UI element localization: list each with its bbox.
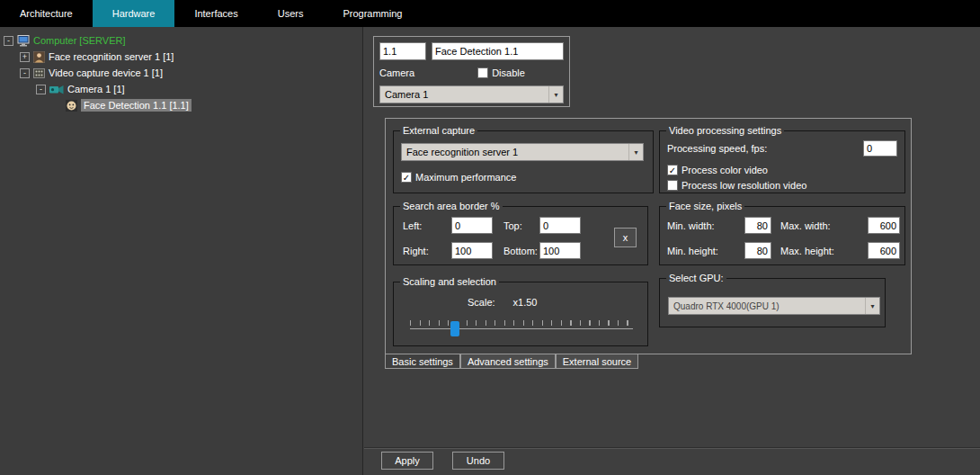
settings-tab-bar: Basic settings Advanced settings Externa… [385, 354, 638, 369]
slider-track [410, 328, 633, 329]
tree-collapse-icon[interactable]: - [4, 36, 13, 46]
slider-handle[interactable] [450, 321, 459, 336]
recognition-server-select-value: Face recognition server 1 [406, 147, 518, 157]
min-height-input[interactable] [744, 242, 771, 259]
top-input[interactable] [539, 217, 581, 234]
video-processing-group: Video processing settings Processing spe… [659, 130, 905, 193]
process-low-resolution-label: Process low resolution video [682, 180, 806, 191]
process-low-resolution-checkbox[interactable] [667, 180, 678, 191]
chevron-down-icon: ▾ [628, 144, 643, 160]
group-title: Search area border % [400, 201, 503, 212]
group-title: Scaling and selection [400, 276, 499, 288]
tab-interfaces[interactable]: Interfaces [174, 0, 257, 27]
process-color-video-checkbox[interactable]: ✓ [667, 165, 678, 175]
top-menu-bar: Architecture Hardware Interfaces Users P… [0, 0, 980, 27]
slider-ticks [410, 320, 633, 326]
tree-item-label: Face recognition server 1 [1] [49, 51, 174, 62]
object-id-input[interactable] [379, 42, 426, 60]
min-width-input[interactable] [744, 217, 771, 234]
tab-users[interactable]: Users [258, 0, 324, 27]
undo-button[interactable]: Undo [452, 452, 504, 470]
gpu-select[interactable]: Quadro RTX 4000(GPU 1) ▾ [668, 297, 880, 315]
max-height-input[interactable] [868, 242, 900, 259]
tab-hardware[interactable]: Hardware [93, 0, 175, 27]
disable-checkbox[interactable] [477, 67, 488, 78]
tree-collapse-icon[interactable]: - [20, 68, 30, 78]
bottom-input[interactable] [539, 242, 581, 259]
external-capture-group: External capture Face recognition server… [393, 130, 654, 193]
scaling-group: Scaling and selection Scale: x1.50 [393, 282, 648, 346]
tree-item-label: Computer [SERVER] [33, 35, 126, 46]
scale-label: Scale: [468, 297, 495, 308]
top-label: Top: [503, 220, 522, 231]
tab-architecture[interactable]: Architecture [0, 0, 93, 27]
tree-item-face-detection[interactable]: Face Detection 1.1 [1.1] [0, 97, 362, 113]
reset-search-area-button[interactable]: x [614, 228, 637, 247]
scale-slider[interactable] [410, 317, 633, 338]
select-gpu-group: Select GPU: Quadro RTX 4000(GPU 1) ▾ [659, 278, 886, 327]
process-color-video-label: Process color video [682, 165, 768, 175]
settings-panel: Camera Disable Camera 1 ▾ External captu… [364, 27, 980, 475]
group-title: Select GPU: [666, 273, 726, 284]
tree-collapse-icon[interactable]: - [36, 85, 46, 94]
left-label: Left: [403, 220, 422, 231]
maximum-performance-label: Maximum performance [415, 172, 516, 183]
right-label: Right: [403, 246, 429, 256]
left-input[interactable] [451, 217, 493, 234]
camera-select[interactable]: Camera 1 ▾ [379, 85, 564, 103]
tree-expand-icon[interactable]: + [20, 52, 30, 62]
tree-item-face-recognition-server[interactable]: + Face recognition server 1 [1] [0, 49, 362, 65]
tree-item-label: Camera 1 [1] [67, 84, 125, 94]
recognition-server-select[interactable]: Face recognition server 1 ▾ [401, 143, 644, 161]
min-width-label: Min. width: [667, 220, 715, 231]
tab-external-source[interactable]: External source [556, 354, 638, 369]
tab-basic-settings[interactable]: Basic settings [385, 354, 460, 369]
tree-item-camera[interactable]: - Camera 1 [1] [0, 81, 362, 97]
tree-item-label: Face Detection 1.1 [1.1] [81, 99, 192, 112]
group-title: External capture [400, 125, 477, 137]
processing-speed-label: Processing speed, fps: [667, 143, 767, 154]
camera-select-value: Camera 1 [385, 89, 428, 100]
max-width-input[interactable] [868, 217, 900, 234]
disable-label: Disable [492, 67, 525, 78]
object-header-box: Camera Disable Camera 1 ▾ [373, 36, 570, 107]
face-size-group: Face size, pixels Min. width: Max. width… [659, 206, 905, 265]
tree-item-label: Video capture device 1 [1] [49, 67, 163, 78]
bottom-label: Bottom: [503, 246, 538, 256]
maximum-performance-checkbox[interactable]: ✓ [401, 172, 412, 183]
scale-value: x1.50 [513, 297, 538, 308]
footer-buttons: Apply Undo [381, 452, 504, 470]
footer-divider [364, 447, 980, 449]
video-capture-device-icon [33, 67, 45, 79]
max-height-label: Max. height: [780, 246, 834, 256]
max-width-label: Max. width: [780, 220, 831, 231]
group-title: Face size, pixels [666, 201, 744, 212]
processing-speed-input[interactable] [863, 140, 897, 157]
face-recognition-server-icon [33, 51, 45, 63]
hardware-tree-panel: - Computer [SERVER] + Face recognition s… [0, 27, 363, 475]
basic-settings-page: External capture Face recognition server… [385, 118, 912, 354]
right-input[interactable] [451, 242, 493, 259]
group-title: Video processing settings [666, 125, 784, 137]
gpu-select-value: Quadro RTX 4000(GPU 1) [673, 301, 780, 311]
face-detection-icon [66, 100, 77, 112]
tree-item-computer[interactable]: - Computer [SERVER] [0, 32, 362, 49]
min-height-label: Min. height: [667, 246, 718, 256]
apply-button[interactable]: Apply [381, 452, 433, 470]
tab-programming[interactable]: Programming [323, 0, 422, 27]
chevron-down-icon: ▾ [548, 86, 563, 103]
camera-label: Camera [379, 67, 414, 78]
tab-advanced-settings[interactable]: Advanced settings [460, 354, 556, 369]
object-name-input[interactable] [432, 42, 564, 60]
chevron-down-icon: ▾ [865, 298, 879, 314]
search-area-group: Search area border % Left: Top: Right: B… [393, 206, 648, 265]
computer-icon [17, 35, 30, 47]
tree-item-video-capture-device[interactable]: - Video capture device 1 [1] [0, 65, 362, 81]
camera-icon [49, 85, 64, 94]
